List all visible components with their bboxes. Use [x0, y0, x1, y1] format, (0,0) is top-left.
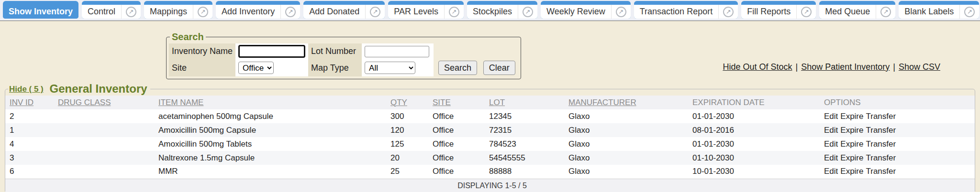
cell-options: EditExpireTransfer: [824, 165, 975, 179]
open-new-window-icon[interactable]: ↗: [285, 7, 296, 17]
cell-options: EditExpireTransfer: [824, 151, 975, 165]
cell-inv-id: 2: [5, 109, 58, 123]
open-new-window-icon[interactable]: ↗: [616, 7, 626, 17]
sort-link[interactable]: MANUFACTURER: [568, 98, 636, 107]
column-label: OPTIONS: [824, 98, 861, 107]
cell-site: Office: [433, 109, 489, 123]
edit-action-link[interactable]: Edit: [824, 153, 838, 162]
transfer-action-link[interactable]: Transfer: [866, 112, 896, 121]
cell-options: EditExpireTransfer: [824, 123, 975, 137]
tab-divider: [611, 5, 612, 19]
clear-button[interactable]: Clear: [483, 61, 515, 75]
tab-bar: Show InventoryControl↗Mappings↗Add Inven…: [0, 0, 980, 21]
cell-manufacturer: Glaxo: [568, 123, 692, 137]
cell-drug-class: [58, 137, 158, 151]
table-row: 4Amoxicillin 500mg Tablets125Office78452…: [5, 137, 975, 151]
open-new-window-icon[interactable]: ↗: [523, 7, 533, 17]
open-new-window-icon[interactable]: ↗: [723, 7, 734, 17]
cell-expiration-date: 10-01-2030: [692, 165, 824, 179]
transfer-action-link[interactable]: Transfer: [866, 153, 896, 162]
tab-divider: [365, 5, 366, 19]
edit-action-link[interactable]: Edit: [824, 167, 838, 176]
hide-out-of-stock-link[interactable]: Hide Out Of Stock: [723, 62, 792, 72]
column-header-expiration-date: EXPIRATION DATE: [692, 96, 824, 109]
show-patient-inventory-link[interactable]: Show Patient Inventory: [801, 62, 890, 72]
edit-action-link[interactable]: Edit: [824, 112, 838, 121]
sort-link[interactable]: LOT: [489, 98, 505, 107]
link-separator: |: [893, 62, 895, 72]
sort-link[interactable]: ITEM NAME: [158, 98, 203, 107]
cell-inv-id: 1: [5, 123, 58, 137]
lot-number-input[interactable]: [365, 46, 429, 57]
sort-link[interactable]: QTY: [390, 98, 407, 107]
cell-item-name: MMR: [158, 165, 390, 179]
tab-stockpiles[interactable]: Stockpiles↗: [467, 1, 537, 19]
cell-lot: 784523: [489, 137, 568, 151]
cell-inv-id: 6: [5, 165, 58, 179]
sort-link[interactable]: SITE: [433, 98, 451, 107]
hide-toggle-link[interactable]: Hide ( 5 ): [9, 85, 44, 94]
search-panel: Search Inventory Name Lot Number Site Of…: [166, 32, 521, 79]
tab-label: Stockpiles: [467, 7, 518, 17]
tab-label: Weekly Review: [541, 7, 611, 17]
cell-expiration-date: 01-10-2030: [692, 151, 824, 165]
show-csv-link[interactable]: Show CSV: [899, 62, 940, 72]
expire-action-link[interactable]: Expire: [840, 126, 863, 135]
site-select[interactable]: Office: [238, 62, 274, 74]
tab-fill-reports[interactable]: Fill Reports↗: [741, 1, 816, 19]
tab-med-queue[interactable]: Med Queue↗: [819, 1, 895, 19]
general-inventory-panel: Hide ( 5 ) General Inventory INV IDDRUG …: [5, 82, 975, 192]
inventory-name-input[interactable]: [238, 45, 305, 58]
edit-action-link[interactable]: Edit: [824, 139, 838, 149]
expire-action-link[interactable]: Expire: [840, 139, 863, 149]
tab-label: Mappings: [144, 7, 193, 17]
open-new-window-icon[interactable]: ↗: [801, 7, 812, 17]
tab-add-inventory[interactable]: Add Inventory↗: [216, 1, 300, 19]
table-row: 1Amoxicillin 500mg Capsule120Office72315…: [5, 123, 975, 137]
tab-show-inventory[interactable]: Show Inventory: [3, 1, 78, 19]
open-new-window-icon[interactable]: ↗: [126, 7, 136, 17]
edit-action-link[interactable]: Edit: [824, 126, 838, 135]
tab-mappings[interactable]: Mappings↗: [144, 1, 212, 19]
table-row: 3Naltrexone 1.5mg Capsule20Office5454555…: [5, 151, 975, 165]
table-footer: DISPLAYING 1-5 / 5: [5, 179, 975, 192]
tab-control[interactable]: Control↗: [82, 1, 141, 19]
expire-action-link[interactable]: Expire: [840, 112, 863, 121]
cell-manufacturer: Glaxo: [568, 165, 692, 179]
tab-divider: [193, 5, 193, 19]
cell-drug-class: [58, 151, 158, 165]
column-header-site: SITE: [433, 96, 489, 109]
sort-link[interactable]: INV ID: [10, 98, 33, 107]
column-header-manufacturer: MANUFACTURER: [568, 96, 692, 109]
tab-divider: [121, 5, 122, 19]
paging-status: DISPLAYING 1-5 / 5: [457, 181, 527, 190]
tab-par-levels[interactable]: PAR Levels↗: [388, 1, 464, 19]
tab-blank-labels[interactable]: Blank Labels↗: [899, 1, 979, 19]
search-button[interactable]: Search: [438, 61, 477, 75]
cell-manufacturer: Glaxo: [568, 109, 692, 123]
tab-add-donated[interactable]: Add Donated↗: [303, 1, 385, 19]
open-new-window-icon[interactable]: ↗: [964, 7, 975, 17]
cell-qty: 20: [390, 151, 433, 165]
open-new-window-icon[interactable]: ↗: [449, 7, 459, 17]
open-new-window-icon[interactable]: ↗: [370, 7, 380, 17]
view-links: Hide Out Of Stock|Show Patient Inventory…: [723, 62, 940, 72]
tab-divider: [444, 5, 445, 19]
open-new-window-icon[interactable]: ↗: [880, 7, 891, 17]
column-header-inv-id: INV ID: [5, 96, 58, 109]
transfer-action-link[interactable]: Transfer: [866, 126, 896, 135]
cell-item-name: Naltrexone 1.5mg Capsule: [158, 151, 390, 165]
transfer-action-link[interactable]: Transfer: [866, 139, 896, 149]
tab-divider: [280, 5, 281, 19]
cell-inv-id: 3: [5, 151, 58, 165]
sort-link[interactable]: DRUG CLASS: [58, 98, 111, 107]
tab-weekly-review[interactable]: Weekly Review↗: [541, 1, 631, 19]
map-type-select[interactable]: All: [365, 62, 415, 74]
tab-divider: [796, 5, 797, 19]
tab-transaction-report[interactable]: Transaction Report↗: [634, 1, 738, 19]
open-new-window-icon[interactable]: ↗: [198, 7, 208, 17]
cell-drug-class: [58, 123, 158, 137]
expire-action-link[interactable]: Expire: [840, 153, 863, 162]
expire-action-link[interactable]: Expire: [840, 167, 863, 176]
transfer-action-link[interactable]: Transfer: [866, 167, 896, 176]
